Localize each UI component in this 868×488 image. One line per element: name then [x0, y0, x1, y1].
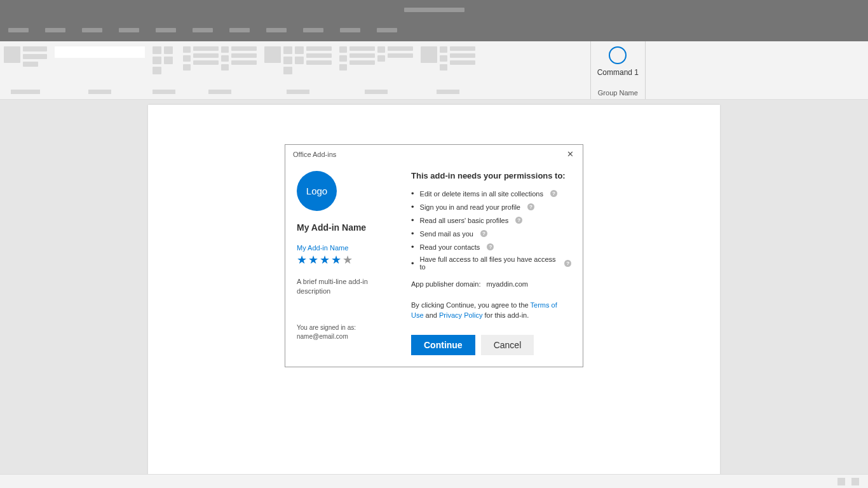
permissions-list: Edit or delete items in all site collect… [411, 187, 571, 273]
star-icon: ★ [320, 254, 331, 266]
permission-text: Have full access to all files you have a… [420, 255, 558, 271]
status-indicator [851, 478, 859, 485]
permission-text: Read all users' basic profiles [420, 217, 509, 224]
continue-button[interactable]: Continue [411, 335, 475, 355]
addin-description: A brief multi-line add-in description [297, 277, 392, 297]
document-canvas: Office Add-ins ✕ Logo My Add-in Name My … [148, 105, 720, 474]
permission-text: Read your contacts [420, 243, 480, 251]
signed-in-email: name@email.com [297, 332, 392, 341]
permission-item: Have full access to all files you have a… [411, 254, 571, 273]
ribbon-tabs [0, 19, 868, 41]
star-icon: ★ [297, 254, 308, 266]
workspace: Office Add-ins ✕ Logo My Add-in Name My … [0, 100, 868, 474]
consent-text: By clicking Continue, you agree to the T… [411, 301, 571, 321]
status-bar [0, 474, 868, 488]
ribbon-tab[interactable] [8, 28, 29, 32]
help-icon[interactable]: ? [550, 190, 557, 197]
ribbon-group [0, 41, 51, 99]
help-icon[interactable]: ? [487, 243, 494, 250]
addin-info-panel: Logo My Add-in Name My Add-in Name ★★★★★… [297, 171, 392, 355]
addin-command-icon [609, 46, 627, 64]
ribbon: Command 1 Group Name [0, 41, 868, 100]
ribbon-tab[interactable] [229, 28, 250, 32]
star-icon: ★ [331, 254, 342, 266]
addin-name: My Add-in Name [297, 222, 392, 233]
publisher-label: App publisher domain: [411, 280, 480, 288]
ribbon-tab[interactable] [193, 28, 213, 32]
ribbon-group [261, 41, 336, 99]
ribbon-group [336, 41, 417, 99]
addin-store-link[interactable]: My Add-in Name [297, 244, 392, 252]
permissions-panel: This add-in needs your permissions to: E… [411, 171, 571, 355]
help-icon[interactable]: ? [527, 203, 534, 210]
ribbon-tab[interactable] [340, 28, 360, 32]
close-icon[interactable]: ✕ [564, 149, 576, 159]
ribbon-group [417, 41, 479, 99]
permission-item: Send mail as you? [411, 227, 571, 240]
title-bar [0, 0, 868, 19]
permissions-dialog: Office Add-ins ✕ Logo My Add-in Name My … [285, 144, 583, 367]
star-icon: ★ [342, 254, 354, 266]
rating-stars: ★★★★★ [297, 254, 392, 266]
status-indicator [837, 478, 845, 485]
command-button[interactable]: Command 1 [597, 45, 639, 77]
permission-item: Edit or delete items in all site collect… [411, 187, 571, 200]
ribbon-tab[interactable] [303, 28, 323, 32]
addin-logo: Logo [297, 171, 337, 211]
permission-text: Sign you in and read your profile [420, 203, 520, 211]
ribbon-group [179, 41, 261, 99]
publisher-domain: myaddin.com [487, 280, 528, 288]
cancel-button[interactable]: Cancel [481, 335, 534, 355]
signed-in-label: You are signed in as: [297, 323, 392, 332]
permission-item: Sign you in and read your profile? [411, 200, 571, 214]
ribbon-group [51, 41, 149, 99]
dialog-actions: Continue Cancel [411, 335, 571, 355]
ribbon-tab[interactable] [45, 28, 65, 32]
permission-item: Read all users' basic profiles? [411, 214, 571, 227]
dialog-title: Office Add-ins [293, 151, 336, 158]
ribbon-tab[interactable] [377, 28, 397, 32]
permissions-heading: This add-in needs your permissions to: [411, 171, 571, 180]
title-placeholder [404, 8, 465, 12]
ribbon-tab[interactable] [156, 28, 176, 32]
privacy-policy-link[interactable]: Privacy Policy [439, 311, 482, 319]
star-icon: ★ [308, 254, 320, 266]
help-icon[interactable]: ? [564, 260, 571, 267]
ribbon-tab[interactable] [266, 28, 287, 32]
signed-in-info: You are signed in as: name@email.com [297, 323, 392, 341]
logo-text: Logo [306, 186, 327, 196]
permission-item: Read your contacts? [411, 240, 571, 254]
group-name-label: Group Name [598, 89, 638, 97]
permission-text: Send mail as you [420, 230, 473, 238]
help-icon[interactable]: ? [480, 230, 487, 237]
ribbon-tab[interactable] [119, 28, 139, 32]
dialog-body: Logo My Add-in Name My Add-in Name ★★★★★… [285, 162, 583, 367]
publisher-row: App publisher domain: myaddin.com [411, 280, 571, 288]
ribbon-group [149, 41, 179, 99]
help-icon[interactable]: ? [515, 217, 522, 224]
dialog-header: Office Add-ins ✕ [285, 145, 583, 162]
permission-text: Edit or delete items in all site collect… [420, 190, 543, 198]
ribbon-tab[interactable] [82, 28, 102, 32]
command-label: Command 1 [597, 68, 639, 77]
addin-command-group: Command 1 Group Name [590, 41, 646, 99]
